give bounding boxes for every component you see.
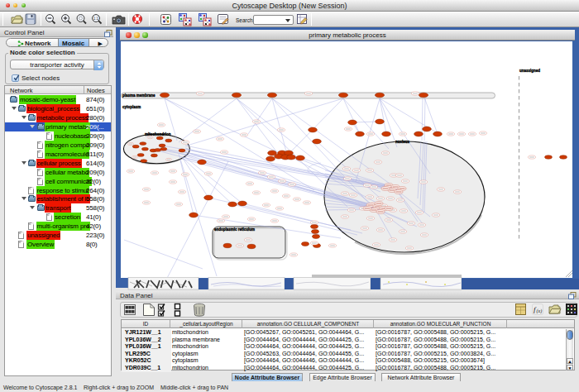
svg-text:unassigned: unassigned bbox=[519, 69, 540, 73]
svg-text:endoplasmic reticulum: endoplasmic reticulum bbox=[214, 227, 255, 232]
svg-text:1:1: 1:1 bbox=[93, 17, 99, 21]
svg-text:nucleus: nucleus bbox=[395, 140, 410, 144]
svg-text:(x): (x) bbox=[537, 308, 543, 314]
svg-text:mitochondrion: mitochondrion bbox=[145, 132, 171, 136]
svg-text:cytoplasm: cytoplasm bbox=[122, 105, 141, 109]
svg-text:plasma membrane: plasma membrane bbox=[122, 93, 156, 98]
